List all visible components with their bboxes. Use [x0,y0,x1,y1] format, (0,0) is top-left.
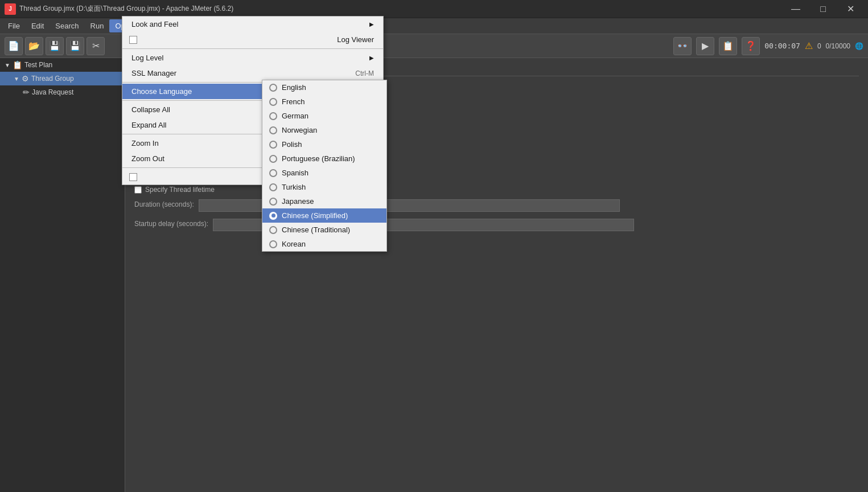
lang-item-korean[interactable]: Korean [262,237,386,251]
test-plan-icon: 📋 [13,60,22,69]
radio-polish [269,141,277,149]
radio-english [269,84,277,92]
lang-label-spanish: Spanish [282,169,308,177]
toolbar-run[interactable]: ▶ [696,37,714,55]
log-viewer-checkbox-box [129,36,137,44]
globe-icon: 🌐 [855,42,863,50]
toolbar-save[interactable]: 💾 [46,37,64,55]
duration-label: Duration (seconds): [134,200,194,208]
lang-label-chinese-simplified: Chinese (Simplified) [282,211,348,220]
radio-japanese [269,198,277,206]
sidebar-item-java-request[interactable]: ✏ Java Request [0,85,125,99]
toolbar-help[interactable]: ❓ [742,37,760,55]
lang-label-japanese: Japanese [282,197,314,206]
specify-lifetime-label: Specify Thread lifetime [145,186,215,194]
sidebar-item-test-plan[interactable]: ▼ 📋 Test Plan [0,58,125,72]
menu-edit[interactable]: Edit [26,19,50,32]
counter-display: 0/10000 [826,42,850,50]
radio-spanish [269,169,277,177]
window-title: Thread Group.jmx (D:\桌面\Thread Group.jmx… [19,4,783,14]
startup-delay-row: Startup delay (seconds): [134,219,859,231]
sidebar-item-label-java-request: Java Request [32,88,73,96]
radio-portuguese [269,155,277,163]
duration-row: Duration (seconds): [134,199,859,212]
lang-item-german[interactable]: German [262,109,386,123]
sidebar-item-thread-group[interactable]: ▼ ⚙ Thread Group [0,72,125,85]
tree-arrow: ▼ [5,62,10,68]
save-auto-checkbox-box [129,173,137,181]
toolbar-glasses[interactable]: 👓 [673,37,692,55]
lang-item-japanese[interactable]: Japanese [262,194,386,208]
dropdown-log-viewer[interactable]: Log Viewer [122,32,383,47]
app-icon: J [5,3,16,15]
minimize-button[interactable]: — [783,0,809,18]
lang-label-norwegian: Norwegian [282,126,317,134]
specify-lifetime-checkbox[interactable] [134,186,142,194]
warning-count: 0 [817,42,821,50]
menu-run[interactable]: Run [85,19,110,32]
separator-1 [122,48,383,49]
toolbar-cut[interactable]: ✂ [87,37,105,55]
radio-turkish [269,183,277,191]
submenu-arrow-log: ▶ [369,55,374,61]
toolbar-template[interactable]: 📋 [719,37,737,55]
radio-chinese-simplified [269,212,277,220]
lang-label-polish: Polish [282,140,302,149]
radio-norwegian [269,126,277,134]
lang-label-portuguese: Portuguese (Brazilian) [282,154,355,163]
toolbar-open[interactable]: 📂 [25,37,43,55]
dropdown-look-and-feel[interactable]: Look and Feel ▶ [122,17,383,32]
lang-item-portuguese[interactable]: Portuguese (Brazilian) [262,151,386,166]
dropdown-ssl-manager[interactable]: SSL Manager Ctrl-M [122,65,383,81]
close-button[interactable]: ✕ [837,0,863,18]
menu-file[interactable]: File [2,19,26,32]
radio-korean [269,240,277,248]
lang-item-norwegian[interactable]: Norwegian [262,123,386,137]
radio-french [269,98,277,106]
lang-label-french: French [282,97,305,106]
lang-item-turkish[interactable]: Turkish [262,180,386,194]
java-request-icon: ✏ [23,88,30,97]
language-submenu: English French German Norwegian Polish P… [262,80,387,252]
warning-icon: ⚠ [805,40,813,51]
startup-delay-label: Startup delay (seconds): [134,220,208,228]
lang-item-polish[interactable]: Polish [262,137,386,151]
sidebar-item-label-thread-group: Thread Group [31,75,74,83]
toolbar-right: 👓 ▶ 📋 ❓ 00:00:07 ⚠ 0 0/10000 🌐 [673,37,863,55]
toolbar-new[interactable]: 📄 [5,37,23,55]
dropdown-log-level[interactable]: Log Level ▶ [122,50,383,65]
lang-item-english[interactable]: English [262,80,386,95]
lang-label-turkish: Turkish [282,183,306,191]
radio-german [269,112,277,120]
sidebar-item-label-test-plan: Test Plan [24,61,52,69]
lang-item-chinese-traditional[interactable]: Chinese (Traditional) [262,223,386,237]
sidebar: ▼ 📋 Test Plan ▼ ⚙ Thread Group ✏ Java Re… [0,58,125,492]
lang-label-english: English [282,83,306,92]
maximize-button[interactable]: □ [810,0,836,18]
window-controls[interactable]: — □ ✕ [783,0,863,18]
thread-group-icon: ⚙ [22,74,29,83]
tree-arrow-thread: ▼ [14,76,19,82]
lang-item-chinese-simplified[interactable]: Chinese (Simplified) [262,208,386,223]
lang-label-chinese-traditional: Chinese (Traditional) [282,226,350,234]
timer-display: 00:00:07 [764,42,800,50]
menu-search[interactable]: Search [50,19,84,32]
lang-item-french[interactable]: French [262,95,386,109]
specify-lifetime-row: Specify Thread lifetime [134,186,859,194]
lang-label-german: German [282,112,308,120]
radio-chinese-traditional [269,226,277,234]
toolbar-save-as[interactable]: 💾 [66,37,84,55]
submenu-arrow-look: ▶ [369,21,374,27]
lang-label-korean: Korean [282,240,306,248]
lang-item-spanish[interactable]: Spanish [262,166,386,180]
